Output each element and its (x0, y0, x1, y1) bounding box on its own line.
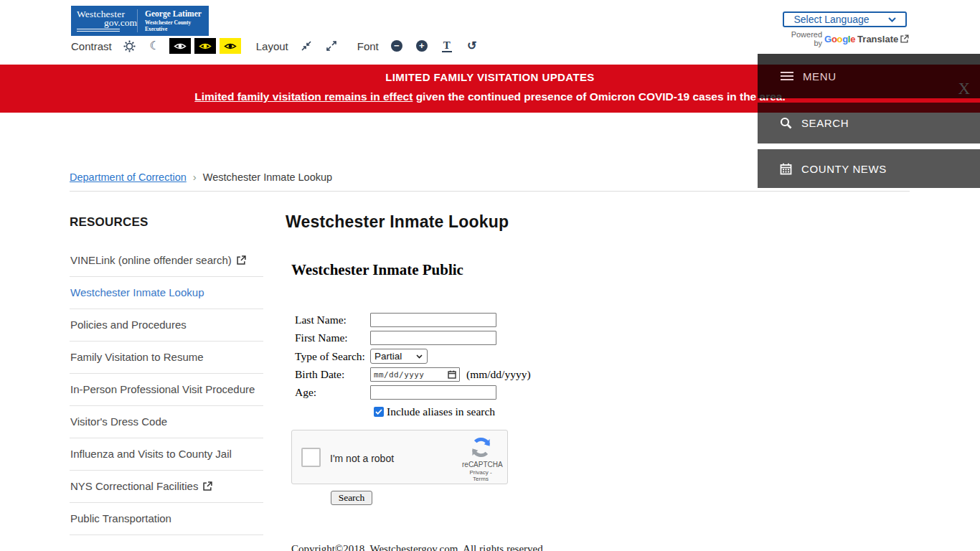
side-panel: MENU X SEARCH COUNTY NEWS (758, 54, 980, 188)
calendar-icon (448, 370, 456, 379)
recaptcha-label: I'm not a robot (330, 453, 394, 464)
first-name-row: First Name: (295, 331, 802, 345)
chevron-down-icon (416, 354, 423, 359)
executive-title: Westchester County Executive (145, 19, 209, 32)
logo-brand: Westchester gov.com (71, 9, 137, 32)
sidebar-heading: RESOURCES (70, 215, 263, 230)
search-icon (780, 117, 792, 129)
external-link-icon (203, 481, 212, 491)
close-panel-button[interactable]: X (958, 80, 970, 98)
plus-circle-icon: + (416, 40, 428, 52)
main-content: Westchester Inmate Lookup Westchester In… (286, 212, 802, 505)
birth-date-placeholder: mm/dd/yyyy (374, 370, 424, 380)
font-resize-button[interactable]: T (436, 38, 458, 54)
sidebar-item-dress-code[interactable]: Visitor's Dress Code (70, 406, 263, 438)
age-field[interactable] (370, 385, 496, 400)
birth-date-hint: (mm/dd/yyyy) (466, 368, 531, 381)
contrast-black-on-yellow-button[interactable] (220, 38, 241, 54)
font-decrease-button[interactable]: − (386, 38, 407, 54)
first-name-field[interactable] (370, 331, 496, 345)
sidebar-item-policies[interactable]: Policies and Procedures (70, 309, 263, 342)
birth-date-label: Birth Date: (295, 368, 370, 381)
eye-white-icon (174, 42, 187, 51)
search-submit-button[interactable]: Search (331, 491, 372, 505)
layout-expand-button[interactable] (321, 38, 342, 54)
language-select-value: Select Language (793, 14, 869, 25)
external-link-icon (900, 34, 909, 43)
recaptcha-brand: reCAPTCHA (462, 461, 499, 468)
sidebar-item-inmate-lookup[interactable]: Westchester Inmate Lookup (70, 277, 263, 309)
alert-banner-rest: given the continued presence of Omicron … (413, 90, 785, 103)
sidebar-item-nys-facilities[interactable]: NYS Correctional Facilities (70, 471, 263, 503)
logo-executive: George Latimer Westchester County Execut… (137, 9, 209, 32)
birth-date-field[interactable]: mm/dd/yyyy (370, 367, 460, 382)
language-select[interactable]: Select Language (783, 11, 907, 27)
breadcrumb-current: Westchester Inmate Lookup (203, 171, 332, 183)
breadcrumb-parent-link[interactable]: Department of Correction (70, 171, 187, 183)
chevron-down-icon (888, 17, 896, 22)
age-label: Age: (295, 386, 370, 399)
contrast-white-on-black-button[interactable] (169, 38, 191, 54)
font-increase-button[interactable]: + (411, 38, 433, 54)
alert-banner-link[interactable]: Limited family visitation remains in eff… (194, 90, 413, 103)
copyright-text: Copyright©2018, Westchestergov.com, All … (291, 543, 545, 551)
contrast-label: Contrast (71, 40, 112, 52)
external-link-icon (237, 255, 246, 265)
recaptcha-logo: reCAPTCHA Privacy - Terms (462, 437, 499, 482)
age-row: Age: (295, 385, 802, 400)
recaptcha-widget: I'm not a robot reCAPTCHA Privacy - Term… (291, 430, 508, 484)
breadcrumb-divider (70, 191, 910, 192)
contrast-night-button[interactable]: ☾ (144, 38, 166, 54)
sidebar-list: VINELink (online offender search) Westch… (70, 245, 263, 535)
sidebar-item-family-visitation[interactable]: Family Visitation to Resume (70, 342, 263, 374)
resources-sidebar: RESOURCES VINELink (online offender sear… (70, 215, 263, 535)
menu-button[interactable]: MENU X (758, 54, 980, 98)
sidebar-item-vinelink[interactable]: VINELink (online offender search) (70, 245, 263, 277)
sidebar-item-influenza[interactable]: Influenza and Visits to County Jail (70, 438, 263, 471)
contrast-yellow-on-black-button[interactable] (194, 38, 216, 54)
last-name-row: Last Name: (295, 313, 802, 327)
first-name-label: First Name: (295, 331, 370, 344)
layout-label: Layout (256, 40, 288, 52)
google-translate-attribution[interactable]: Powered by Google Translate (781, 30, 909, 47)
hamburger-icon (781, 75, 793, 77)
moon-icon: ☾ (150, 40, 160, 52)
type-of-search-row: Type of Search: Partial (295, 349, 802, 364)
recaptcha-privacy-terms[interactable]: Privacy - Terms (462, 469, 499, 482)
westchestergov-logo[interactable]: Westchester gov.com George Latimer Westc… (71, 6, 209, 36)
powered-by-text: Powered by (781, 30, 822, 47)
last-name-label: Last Name: (295, 314, 370, 326)
last-name-field[interactable] (370, 313, 496, 327)
include-aliases-checkbox[interactable] (374, 407, 384, 417)
type-of-search-label: Type of Search: (295, 350, 370, 363)
inmate-lookup-form: Westchester Inmate Public Last Name: Fir… (286, 261, 802, 505)
search-button[interactable]: SEARCH (758, 103, 980, 143)
font-reset-button[interactable]: ↺ (461, 38, 483, 54)
sidebar-item-public-transportation[interactable]: Public Transportation (70, 503, 263, 535)
breadcrumb: Department of Correction › Westchester I… (70, 171, 332, 183)
form-title: Westchester Inmate Public (291, 261, 802, 279)
layout-compress-button[interactable] (296, 38, 317, 54)
aliases-row: Include aliases in search (374, 405, 802, 418)
breadcrumb-separator: › (193, 171, 197, 183)
expand-arrows-icon (326, 40, 337, 52)
type-of-search-select[interactable]: Partial (370, 349, 428, 364)
include-aliases-label: Include aliases in search (387, 405, 495, 418)
logo-decorative-lines (77, 29, 120, 32)
contrast-default-button[interactable] (119, 38, 141, 54)
county-news-button[interactable]: COUNTY NEWS (758, 149, 980, 188)
type-of-search-value: Partial (374, 351, 402, 362)
gear-icon (123, 40, 136, 52)
google-logo: Google (824, 34, 855, 44)
menu-label: MENU (803, 70, 837, 83)
panel-gap (758, 143, 980, 149)
eye-yellow-icon (199, 42, 212, 51)
reset-icon: ↺ (467, 40, 476, 52)
recaptcha-checkbox[interactable] (301, 448, 321, 467)
calendar-icon (780, 163, 792, 175)
compress-arrows-icon (301, 40, 312, 52)
font-label: Font (357, 40, 379, 52)
page-title: Westchester Inmate Lookup (286, 212, 802, 232)
sidebar-item-professional-visit[interactable]: In-Person Professional Visit Procedure (70, 374, 263, 406)
checkmark-icon (375, 409, 382, 415)
